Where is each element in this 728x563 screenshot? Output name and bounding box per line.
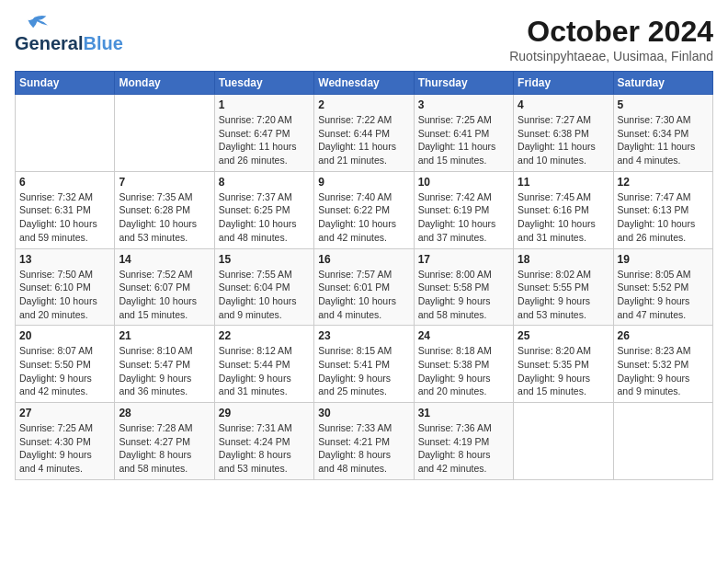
day-info: Sunrise: 8:00 AM Sunset: 5:58 PM Dayligh…: [418, 268, 509, 322]
day-number: 8: [219, 176, 310, 189]
day-number: 17: [418, 253, 509, 266]
calendar-cell: 9Sunrise: 7:40 AM Sunset: 6:22 PM Daylig…: [314, 171, 414, 248]
calendar-subtitle: Ruotsinpyhtaeae, Uusimaa, Finland: [509, 49, 713, 63]
calendar-table: SundayMondayTuesdayWednesdayThursdayFrid…: [15, 71, 713, 480]
day-number: 29: [219, 407, 310, 419]
day-number: 13: [19, 253, 110, 266]
calendar-cell: 16Sunrise: 7:57 AM Sunset: 6:01 PM Dayli…: [314, 248, 414, 326]
calendar-week-row: 1Sunrise: 7:20 AM Sunset: 6:47 PM Daylig…: [16, 95, 713, 172]
day-info: Sunrise: 8:10 AM Sunset: 5:47 PM Dayligh…: [119, 344, 210, 398]
day-info: Sunrise: 8:05 AM Sunset: 5:52 PM Dayligh…: [618, 268, 709, 322]
weekday-header-thursday: Thursday: [414, 72, 513, 95]
day-info: Sunrise: 7:33 AM Sunset: 4:21 PM Dayligh…: [318, 421, 409, 476]
calendar-cell: 31Sunrise: 7:36 AM Sunset: 4:19 PM Dayli…: [414, 403, 513, 480]
weekday-header-saturday: Saturday: [613, 72, 712, 95]
day-number: 6: [19, 176, 110, 189]
day-info: Sunrise: 7:55 AM Sunset: 6:04 PM Dayligh…: [219, 268, 310, 322]
calendar-cell: 22Sunrise: 8:12 AM Sunset: 5:44 PM Dayli…: [214, 326, 313, 403]
day-info: Sunrise: 8:12 AM Sunset: 5:44 PM Dayligh…: [219, 344, 310, 398]
calendar-cell: 18Sunrise: 8:02 AM Sunset: 5:55 PM Dayli…: [514, 248, 613, 326]
day-info: Sunrise: 7:36 AM Sunset: 4:19 PM Dayligh…: [418, 421, 509, 476]
day-number: 5: [618, 98, 709, 111]
day-number: 10: [418, 176, 509, 189]
day-number: 23: [318, 329, 409, 342]
calendar-cell: 6Sunrise: 7:32 AM Sunset: 6:31 PM Daylig…: [16, 171, 115, 248]
day-number: 1: [219, 98, 310, 111]
day-info: Sunrise: 7:28 AM Sunset: 4:27 PM Dayligh…: [119, 421, 210, 476]
calendar-cell: 20Sunrise: 8:07 AM Sunset: 5:50 PM Dayli…: [16, 326, 115, 403]
day-number: 9: [318, 176, 409, 189]
day-info: Sunrise: 8:02 AM Sunset: 5:55 PM Dayligh…: [518, 268, 609, 322]
page-header: General Blue October 2024 Ruotsinpyhtaea…: [15, 15, 713, 63]
calendar-week-row: 6Sunrise: 7:32 AM Sunset: 6:31 PM Daylig…: [16, 171, 713, 248]
day-number: 31: [418, 407, 509, 419]
day-info: Sunrise: 7:57 AM Sunset: 6:01 PM Dayligh…: [318, 268, 409, 322]
calendar-cell: 1Sunrise: 7:20 AM Sunset: 6:47 PM Daylig…: [214, 95, 313, 172]
day-number: 7: [119, 176, 210, 189]
calendar-cell: 30Sunrise: 7:33 AM Sunset: 4:21 PM Dayli…: [314, 403, 414, 480]
calendar-cell: 17Sunrise: 8:00 AM Sunset: 5:58 PM Dayli…: [414, 248, 513, 326]
calendar-cell: 29Sunrise: 7:31 AM Sunset: 4:24 PM Dayli…: [214, 403, 313, 480]
calendar-cell: 25Sunrise: 8:20 AM Sunset: 5:35 PM Dayli…: [514, 326, 613, 403]
day-info: Sunrise: 7:42 AM Sunset: 6:19 PM Dayligh…: [418, 190, 509, 245]
calendar-cell: 24Sunrise: 8:18 AM Sunset: 5:38 PM Dayli…: [414, 326, 513, 403]
weekday-header-friday: Friday: [514, 72, 613, 95]
day-number: 19: [618, 253, 709, 266]
day-info: Sunrise: 7:37 AM Sunset: 6:25 PM Dayligh…: [219, 190, 310, 245]
logo-blue: Blue: [83, 33, 122, 54]
day-info: Sunrise: 8:15 AM Sunset: 5:41 PM Dayligh…: [318, 344, 409, 398]
calendar-cell: 12Sunrise: 7:47 AM Sunset: 6:13 PM Dayli…: [613, 171, 712, 248]
day-number: 12: [618, 176, 709, 189]
calendar-cell: 28Sunrise: 7:28 AM Sunset: 4:27 PM Dayli…: [115, 403, 214, 480]
day-info: Sunrise: 8:20 AM Sunset: 5:35 PM Dayligh…: [518, 344, 609, 398]
calendar-cell: 8Sunrise: 7:37 AM Sunset: 6:25 PM Daylig…: [214, 171, 313, 248]
calendar-cell: [115, 95, 214, 172]
calendar-cell: [613, 403, 712, 480]
calendar-cell: 4Sunrise: 7:27 AM Sunset: 6:38 PM Daylig…: [514, 95, 613, 172]
day-number: 30: [318, 407, 409, 419]
calendar-cell: 11Sunrise: 7:45 AM Sunset: 6:16 PM Dayli…: [514, 171, 613, 248]
calendar-cell: [16, 95, 115, 172]
day-info: Sunrise: 7:22 AM Sunset: 6:44 PM Dayligh…: [318, 113, 409, 167]
day-info: Sunrise: 7:25 AM Sunset: 6:41 PM Dayligh…: [418, 113, 509, 167]
day-number: 21: [119, 329, 210, 342]
calendar-cell: 13Sunrise: 7:50 AM Sunset: 6:10 PM Dayli…: [16, 248, 115, 326]
calendar-cell: 21Sunrise: 8:10 AM Sunset: 5:47 PM Dayli…: [115, 326, 214, 403]
calendar-cell: 27Sunrise: 7:25 AM Sunset: 4:30 PM Dayli…: [16, 403, 115, 480]
day-info: Sunrise: 7:35 AM Sunset: 6:28 PM Dayligh…: [119, 190, 210, 245]
calendar-cell: [514, 403, 613, 480]
day-number: 25: [518, 329, 609, 342]
day-info: Sunrise: 7:52 AM Sunset: 6:07 PM Dayligh…: [119, 268, 210, 322]
day-info: Sunrise: 7:27 AM Sunset: 6:38 PM Dayligh…: [518, 113, 609, 167]
day-info: Sunrise: 8:07 AM Sunset: 5:50 PM Dayligh…: [19, 344, 110, 398]
day-number: 14: [119, 253, 210, 266]
calendar-cell: 26Sunrise: 8:23 AM Sunset: 5:32 PM Dayli…: [613, 326, 712, 403]
day-info: Sunrise: 7:25 AM Sunset: 4:30 PM Dayligh…: [19, 421, 110, 476]
day-info: Sunrise: 7:45 AM Sunset: 6:16 PM Dayligh…: [518, 190, 609, 245]
calendar-cell: 2Sunrise: 7:22 AM Sunset: 6:44 PM Daylig…: [314, 95, 414, 172]
logo-general: General: [15, 33, 83, 54]
day-number: 28: [119, 407, 210, 419]
calendar-cell: 19Sunrise: 8:05 AM Sunset: 5:52 PM Dayli…: [613, 248, 712, 326]
weekday-header-sunday: Sunday: [16, 72, 115, 95]
title-block: October 2024 Ruotsinpyhtaeae, Uusimaa, F…: [509, 15, 713, 63]
day-info: Sunrise: 7:31 AM Sunset: 4:24 PM Dayligh…: [219, 421, 310, 476]
weekday-header-monday: Monday: [115, 72, 214, 95]
day-number: 24: [418, 329, 509, 342]
day-number: 26: [618, 329, 709, 342]
day-number: 11: [518, 176, 609, 189]
day-info: Sunrise: 7:47 AM Sunset: 6:13 PM Dayligh…: [618, 190, 709, 245]
calendar-cell: 14Sunrise: 7:52 AM Sunset: 6:07 PM Dayli…: [115, 248, 214, 326]
day-number: 16: [318, 253, 409, 266]
calendar-cell: 7Sunrise: 7:35 AM Sunset: 6:28 PM Daylig…: [115, 171, 214, 248]
day-info: Sunrise: 7:40 AM Sunset: 6:22 PM Dayligh…: [318, 190, 409, 245]
calendar-title: October 2024: [509, 15, 713, 49]
day-number: 22: [219, 329, 310, 342]
logo: General Blue: [15, 15, 123, 54]
calendar-cell: 23Sunrise: 8:15 AM Sunset: 5:41 PM Dayli…: [314, 326, 414, 403]
weekday-header-wednesday: Wednesday: [314, 72, 414, 95]
calendar-cell: 3Sunrise: 7:25 AM Sunset: 6:41 PM Daylig…: [414, 95, 513, 172]
day-number: 20: [19, 329, 110, 342]
calendar-week-row: 27Sunrise: 7:25 AM Sunset: 4:30 PM Dayli…: [16, 403, 713, 480]
day-info: Sunrise: 7:20 AM Sunset: 6:47 PM Dayligh…: [219, 113, 310, 167]
